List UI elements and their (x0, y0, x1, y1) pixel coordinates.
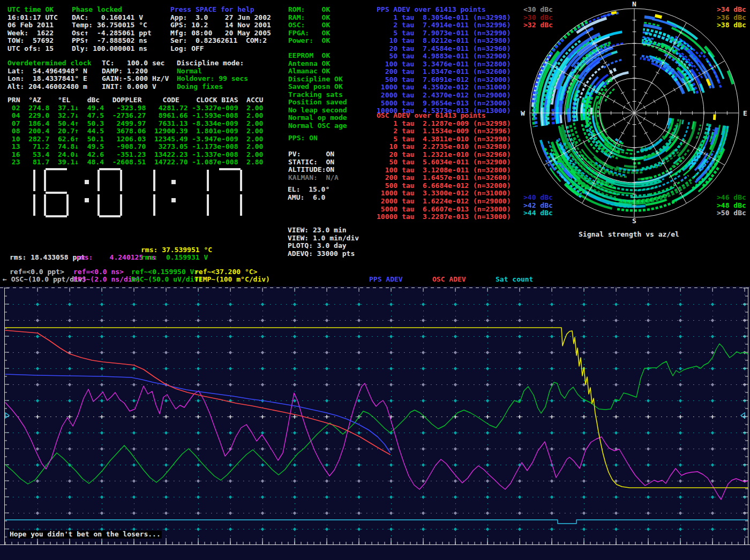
rms-osc-line-0: rms: 18.433058 ppt (10, 254, 85, 262)
pps-adev-table-line-3: 5 tau 7.9073e-011 (n=32990) (377, 29, 511, 37)
mask-panel-line-1: AMU: 6.0 (288, 194, 329, 202)
pps-adev-table-line-5: 20 tau 7.4584e-011 (n=32960) (377, 45, 511, 53)
version-panel-line-0: Press SPACE for help (170, 6, 271, 14)
discipline-mode-panel-line-2: Holdover: 99 secs (177, 75, 248, 83)
dbc-legend-bottom-right: >46 dBc>48 dBc>50 dBc (717, 194, 746, 217)
oscillator-panel-line-0: Phase locked (72, 6, 152, 14)
view-settings-panel-line-0: VIEW: 23.0 min (288, 226, 359, 234)
utc-time-panel: UTC time OK16:01:17 UTC06 Feb 2011Week: … (8, 6, 58, 52)
polar-caption: Signal strength vs az/el (579, 231, 679, 239)
pps-state-line-0: PPS: ON (288, 134, 318, 142)
dbc-legend-top-left-line-1: >30 dBc (523, 14, 553, 22)
view-settings-panel-line-2: PLOTQ: 3.0 day (288, 242, 359, 250)
oscillator-panel-line-2: Temp: 36.750015 °C (72, 21, 152, 29)
position-panel-line-3: Alt: 204.46002480 m (8, 83, 92, 91)
pps-adev-table-line-10: 1000 tau 4.3502e-012 (n=31000) (377, 84, 511, 92)
osc-adev-table-line-3: 5 tau 4.3811e-010 (n=32990) (377, 135, 511, 143)
pps-adev-table-line-7: 100 tau 3.3476e-011 (n=32800) (377, 60, 511, 69)
utc-time-panel-line-3: Week: 1622 (8, 29, 58, 37)
discipline-mode-panel-line-0: Discipline mode: (177, 59, 248, 67)
receiver-status-main-line-3: Discipline OK (288, 75, 347, 84)
utc-time-panel-line-4: TOW: 57692 (8, 37, 58, 45)
receiver-status-main-line-2: Almanac OK (288, 67, 347, 75)
receiver-status-main-line-1: Antenna OK (288, 60, 347, 68)
receiver-status-main-line-9: Normal OSC age (288, 122, 347, 130)
dbc-legend-bottom-left-line-1: >42 dBc (523, 202, 553, 210)
pps-adev-table-line-6: 50 tau 4.9883e-011 (n=32900) (377, 52, 511, 60)
satellite-table-line-6: 13 71.2 74.8↓ 49.5 -908.70 3273.05 -1.17… (8, 143, 263, 151)
oscillator-panel-line-3: Osc↑ -4.285061 ppt (72, 29, 152, 37)
version-panel-line-4: Ser: 0.82362611 COM:2 (170, 37, 271, 45)
plot-legend-osc-adev: OSC ADEV (432, 276, 466, 284)
osc-adev-table-line-4: 10 tau 2.2735e-010 (n=32980) (377, 143, 511, 151)
position-panel-line-0: Overdetermined clock (8, 59, 92, 67)
dbc-legend-bottom-right-line-2: >50 dBc (717, 209, 746, 217)
discipline-params-panel: TC: 100.0 secDAMP: 1.200GAIN:-5.000 Hz/V… (102, 59, 169, 90)
dbc-legend-top-right-line-0: >34 dBc (717, 6, 746, 14)
pps-adev-table-line-2: 2 tau 7.4914e-011 (n=32996) (377, 21, 511, 29)
plot-legend-osc-adev-line-0: OSC ADEV (432, 276, 466, 284)
rms-osc: rms: 18.433058 ppt (10, 254, 85, 262)
dbc-legend-top-left: <30 dBc>30 dBc>32 dBc (523, 6, 553, 29)
discipline-mode-panel: Discipline mode:NormalHoldover: 99 secsD… (177, 59, 248, 90)
receiver-status-main: EEPROM OKAntenna OKAlmanac OKDiscipline … (288, 52, 347, 130)
oscillator-panel-line-1: DAC: 0.160141 V (72, 14, 152, 22)
version-panel-line-5: Log: OFF (170, 45, 271, 53)
oscillator-panel: Phase lockedDAC: 0.160141 VTemp: 36.7500… (72, 6, 152, 52)
discipline-params-panel-line-2: GAIN:-5.000 Hz/V (102, 75, 169, 83)
satellite-table-line-8: 23 81.7 39.1↓ 48.4 -2608.51 14722.70 -1.… (8, 158, 263, 167)
receiver-status-top-line-2: OSC: OK (288, 21, 330, 29)
plot-legend-sat-count-line-0: Sat count (496, 276, 533, 284)
version-panel: Press SPACE for helpApp: 3.0 27 Jun 2002… (170, 6, 271, 52)
fix-mode-panel-line-0: PV: ON (288, 150, 339, 158)
mask-panel-line-0: EL: 15.0° (288, 186, 329, 194)
discipline-mode-panel-line-1: Normal (177, 67, 248, 75)
plot-scale-pps: PPS~(2.0 ns/div) (73, 276, 140, 284)
dbc-legend-top-right-line-2: >38 dBc (717, 21, 746, 29)
plot-scale-dac-line-0: DAC~(50.0 uV/div) (131, 276, 202, 284)
receiver-status-main-line-5: Tracking sats (288, 91, 347, 99)
discipline-params-panel-line-0: TC: 100.0 sec (102, 59, 169, 67)
plot-scale-temp-line-0: TEMP~(100 m°C/div) (194, 276, 270, 284)
receiver-status-top-line-0: ROM: OK (288, 6, 330, 14)
satellite-table-line-5: 10 282.7 62.6↑ 50.1 1206.03 12345.49 -3.… (8, 135, 263, 143)
discipline-params-panel-line-3: INIT: 0.000 V (102, 83, 169, 91)
osc-adev-table-line-11: 2000 tau 1.6224e-012 (n=29000) (377, 198, 511, 206)
osc-adev-table-line-8: 200 tau 1.6457e-011 (n=32600) (377, 174, 511, 182)
receiver-status-main-line-4: Saved posn OK (288, 83, 347, 91)
discipline-params-panel-line-1: DAMP: 1.200 (102, 67, 169, 75)
receiver-status-main-line-7: No leap second (288, 107, 347, 115)
osc-adev-table-line-7: 100 tau 3.1208e-011 (n=32800) (377, 167, 511, 175)
dbc-legend-bottom-left: >40 dBc>42 dBc>44 dBc (523, 194, 553, 217)
receiver-status-main-line-0: EEPROM OK (288, 52, 347, 60)
utc-time-panel-line-1: 16:01:17 UTC (8, 14, 58, 22)
plot-scale-dac: DAC~(50.0 uV/div) (131, 276, 202, 284)
receiver-status-main-line-8: Normal op mode (288, 114, 347, 122)
version-panel-line-3: Mfg: 08:00 20 May 2005 (170, 29, 271, 37)
fix-mode-panel-line-3: KALMAN: N/A (288, 174, 339, 182)
plot-legend-pps-adev-line-0: PPS ADEV (369, 276, 403, 284)
utc-time-panel-line-2: 06 Feb 2011 (8, 21, 58, 29)
position-panel-line-1: Lat: 54.4964948° N (8, 67, 92, 75)
osc-adev-table-line-9: 500 tau 6.6684e-012 (n=32000) (377, 182, 511, 190)
pps-state: PPS: ON (288, 134, 318, 142)
version-panel-line-2: GPS: 10.2 14 Nov 2001 (170, 21, 271, 29)
fix-mode-panel-line-2: ALTITUDE:ON (288, 166, 339, 174)
receiver-status-main-line-6: Position saved (288, 99, 347, 107)
utc-time-panel-line-0: UTC time OK (8, 6, 58, 14)
plot-scale-temp: TEMP~(100 m°C/div) (194, 276, 270, 284)
dbc-legend-top-right: >34 dBc>36 dBc>38 dBc (717, 6, 746, 29)
dbc-legend-top-left-line-2: >32 dBc (523, 21, 553, 29)
pps-adev-table-line-1: 1 tau 8.3054e-011 (n=32998) (377, 14, 511, 22)
plot-message: Hope you didn't bet on the losers... (9, 531, 162, 539)
satellite-table-line-2: 04 229.0 32.7↓ 47.5 -2736.27 8961.66 -1.… (8, 112, 263, 120)
text-layer: UTC time OK16:01:17 UTC06 Feb 2011Week: … (0, 0, 750, 560)
osc-adev-table-line-1: 1 tau 2.1287e-009 (n=32998) (377, 120, 511, 128)
dbc-legend-top-right-line-1: >36 dBc (717, 14, 746, 22)
satellite-table-line-1: 02 274.8 37.1↓ 49.4 -323.98 4281.72 -3.3… (8, 104, 263, 112)
fix-mode-panel: PV: ONSTATIC: ONALTITUDE:ONKALMAN: N/A (288, 150, 339, 181)
oscillator-panel-line-5: Dly: 100.000001 ns (72, 45, 152, 53)
pps-adev-table-line-8: 200 tau 1.8347e-011 (n=32600) (377, 68, 511, 76)
rms-dac-line-0: rms: 0.159931 V (141, 254, 208, 262)
view-settings-panel: VIEW: 23.0 minVIEW: 1.0 min/divPLOTQ: 3.… (288, 226, 359, 258)
